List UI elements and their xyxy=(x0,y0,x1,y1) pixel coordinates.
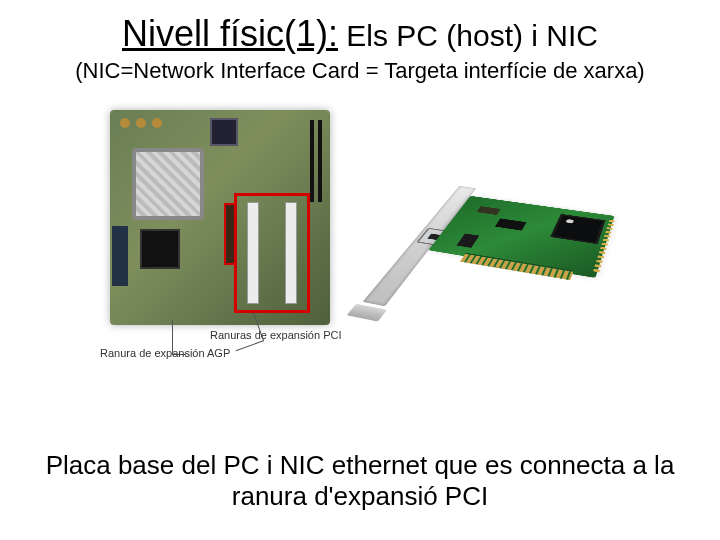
title-sub: Els PC (host) i NIC xyxy=(346,19,598,52)
motherboard-icon xyxy=(110,110,330,325)
image-row: Ranuras de expansión PCI Ranura de expan… xyxy=(0,110,720,390)
pci-slots-highlight xyxy=(234,193,310,313)
title-main: Nivell físic(1): xyxy=(122,13,338,54)
slide-title: Nivell físic(1): Els PC (host) i NIC xyxy=(0,0,720,54)
nic-image xyxy=(410,120,640,350)
slide-caption: Placa base del PC i NIC ethernet que es … xyxy=(0,450,720,512)
motherboard-image: Ranuras de expansión PCI Ranura de expan… xyxy=(80,110,360,390)
callout-agp: Ranura de expansión AGP xyxy=(100,347,230,360)
slide-subtitle: (NIC=Network Interface Card = Targeta in… xyxy=(0,58,720,84)
callout-pci: Ranuras de expansión PCI xyxy=(210,329,341,342)
nic-card-icon xyxy=(397,191,643,317)
